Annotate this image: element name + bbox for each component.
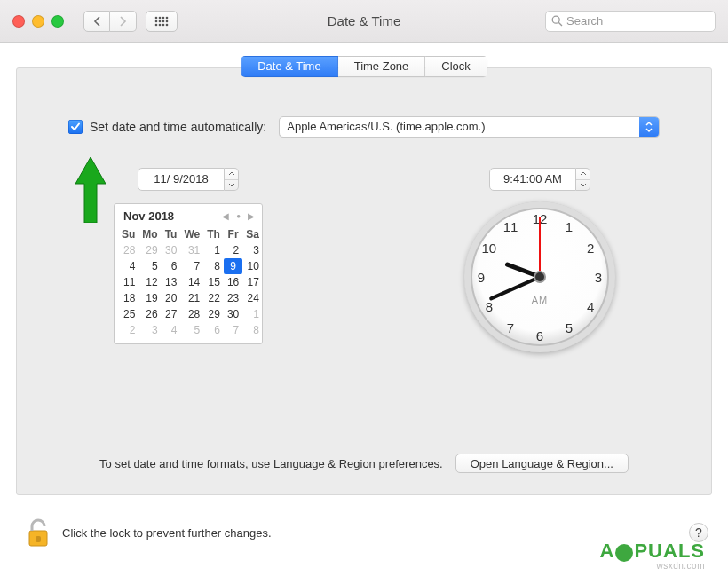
date-step-down[interactable] — [225, 180, 238, 191]
tab-time-zone[interactable]: Time Zone — [338, 56, 426, 77]
calendar-day[interactable]: 6 — [203, 322, 224, 338]
analog-clock: 123456789101112 AM — [464, 201, 615, 352]
calendar-day[interactable]: 6 — [162, 258, 181, 274]
clock-number: 4 — [581, 299, 600, 314]
calendar-day[interactable]: 3 — [138, 322, 161, 338]
search-input[interactable] — [566, 14, 709, 28]
time-step-down[interactable] — [576, 180, 590, 191]
watermark-brand-post: PUALS — [634, 540, 705, 562]
calendar-day[interactable]: 30 — [162, 242, 181, 258]
show-all-prefs-button[interactable] — [146, 11, 178, 32]
calendar-day[interactable]: 7 — [180, 258, 203, 274]
calendar-day[interactable]: 3 — [242, 242, 263, 258]
search-field[interactable] — [545, 11, 716, 32]
calendar-day[interactable]: 16 — [224, 274, 242, 290]
time-field[interactable]: 9:41:00 AM — [489, 168, 576, 191]
annotation-arrow — [75, 157, 106, 225]
calendar-day[interactable]: 28 — [180, 306, 203, 322]
calendar-day[interactable]: 4 — [118, 258, 138, 274]
calendar-day[interactable]: 7 — [224, 322, 242, 338]
auto-datetime-checkbox[interactable] — [68, 120, 83, 134]
clock-number: 2 — [581, 241, 600, 256]
watermark: APUALS wsxdn.com — [600, 542, 705, 571]
calendar-day[interactable]: 28 — [118, 242, 138, 258]
calendar-day[interactable]: 20 — [162, 290, 181, 306]
calendar-day[interactable]: 30 — [224, 306, 242, 322]
calendar-weekday-header: Th — [203, 226, 224, 242]
calendar-weekday-header: We — [180, 226, 203, 242]
calendar-next-month[interactable]: ▶ — [248, 211, 255, 221]
calendar-day[interactable]: 29 — [203, 306, 224, 322]
svg-point-6 — [162, 20, 165, 22]
calendar-prev-month[interactable]: ◀ — [222, 211, 229, 221]
calendar-day[interactable]: 26 — [138, 306, 161, 322]
svg-point-3 — [166, 16, 169, 19]
time-stepper-buttons — [576, 168, 590, 191]
calendar-day[interactable]: 10 — [242, 258, 263, 274]
calendar-day[interactable]: 5 — [180, 322, 203, 338]
calendar-day[interactable]: 5 — [138, 258, 161, 274]
date-field[interactable]: 11/ 9/2018 — [138, 168, 225, 191]
calendar-day[interactable]: 14 — [180, 274, 203, 290]
calendar-day[interactable]: 29 — [138, 242, 161, 258]
calendar-day[interactable]: 17 — [242, 274, 263, 290]
calendar-day[interactable]: 1 — [203, 242, 224, 258]
minimize-window-button[interactable] — [32, 15, 44, 28]
calendar-day[interactable]: 18 — [118, 290, 138, 306]
calendar-day[interactable]: 27 — [162, 306, 181, 322]
back-button[interactable] — [83, 11, 110, 32]
calendar-day[interactable]: 22 — [203, 290, 224, 306]
calendar-day[interactable]: 13 — [162, 274, 181, 290]
lock-icon[interactable] — [25, 517, 51, 548]
calendar-day[interactable]: 2 — [224, 242, 242, 258]
formats-hint-text: To set date and time formats, use Langua… — [99, 457, 443, 470]
tab-clock[interactable]: Clock — [425, 56, 487, 77]
calendar-day[interactable]: 23 — [224, 290, 242, 306]
open-language-region-button[interactable]: Open Language & Region... — [455, 454, 629, 473]
time-stepper[interactable]: 9:41:00 AM — [489, 168, 590, 191]
calendar[interactable]: Nov 2018 ◀ ● ▶ SuMoTuWeThFrSa28293031123… — [114, 203, 263, 344]
window-controls — [12, 15, 64, 28]
time-server-dropdown[interactable]: Apple Americas/U.S. (time.apple.com.) — [279, 116, 660, 138]
svg-point-7 — [166, 20, 169, 22]
calendar-day[interactable]: 25 — [118, 306, 138, 322]
date-stepper-buttons — [225, 168, 239, 191]
forward-button[interactable] — [110, 11, 137, 32]
calendar-weekday-header: Sa — [242, 226, 263, 242]
tab-date-and-time[interactable]: Date & Time — [241, 56, 338, 77]
time-step-up[interactable] — [576, 169, 590, 180]
watermark-brand-pre: A — [600, 540, 615, 562]
calendar-day[interactable]: 2 — [118, 322, 138, 338]
calendar-day[interactable]: 4 — [162, 322, 181, 338]
svg-point-4 — [155, 20, 158, 22]
svg-point-8 — [155, 23, 158, 26]
calendar-day[interactable]: 11 — [118, 274, 138, 290]
calendar-day[interactable]: 8 — [242, 322, 263, 338]
calendar-day[interactable]: 15 — [203, 274, 224, 290]
svg-point-9 — [159, 23, 162, 26]
calendar-day[interactable]: 8 — [203, 258, 224, 274]
calendar-day[interactable]: 12 — [138, 274, 161, 290]
calendar-day[interactable]: 19 — [138, 290, 161, 306]
close-window-button[interactable] — [12, 15, 25, 28]
date-stepper[interactable]: 11/ 9/2018 — [138, 168, 239, 191]
calendar-day[interactable]: 31 — [180, 242, 203, 258]
svg-point-10 — [162, 23, 165, 26]
svg-point-12 — [552, 16, 559, 23]
auto-datetime-row: Set date and time automatically: Apple A… — [68, 116, 660, 138]
calendar-today[interactable]: ● — [236, 212, 241, 220]
titlebar: Date & Time — [0, 0, 728, 43]
auto-datetime-label: Set date and time automatically: — [90, 120, 266, 134]
clock-ampm: AM — [532, 295, 549, 305]
calendar-day[interactable]: 1 — [242, 306, 263, 322]
calendar-day[interactable]: 9 — [224, 258, 242, 274]
calendar-weekday-header: Su — [118, 226, 138, 242]
calendar-day[interactable]: 24 — [242, 290, 263, 306]
calendar-weekday-header: Fr — [224, 226, 242, 242]
calendar-day[interactable]: 21 — [180, 290, 203, 306]
watermark-logo-icon — [615, 544, 633, 562]
svg-point-2 — [162, 16, 165, 19]
date-step-up[interactable] — [225, 169, 238, 180]
watermark-site: wsxdn.com — [600, 561, 705, 571]
zoom-window-button[interactable] — [51, 15, 64, 28]
